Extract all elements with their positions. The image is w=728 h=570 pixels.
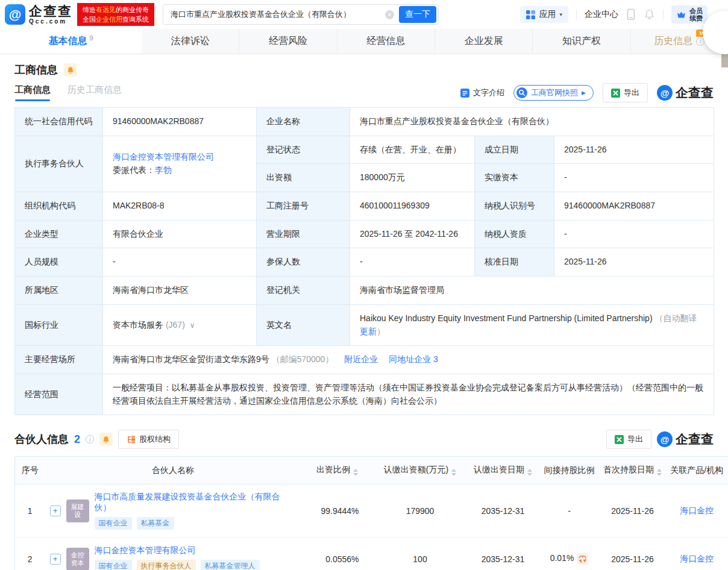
- partner-row-1: 1 + 展建设 海口市高质量发展建设投资基金合伙企业（有限合伙） 国有企业 私募…: [15, 484, 728, 537]
- tab-basic-info[interactable]: 基本信息9: [0, 29, 142, 54]
- sort-icon[interactable]: [451, 469, 456, 476]
- delegate-link[interactable]: 李勃: [155, 165, 172, 175]
- official-snapshot-button[interactable]: 工商官网快照 ▶: [513, 85, 594, 101]
- col-amount[interactable]: 认缴出资额(万元): [374, 457, 467, 484]
- authority-label: 登记机关: [257, 277, 350, 305]
- staff-size-value: -: [103, 248, 257, 277]
- qcc-mini-icon: [657, 85, 673, 101]
- logo-domain: Qcc.com: [29, 18, 72, 25]
- capital-label: 出资额: [257, 164, 350, 192]
- col-indirect: 间接持股比例: [539, 457, 600, 484]
- subtab-history-business-info[interactable]: 历史工商信息: [67, 84, 122, 101]
- expand-button[interactable]: +: [50, 506, 61, 516]
- search-button[interactable]: 查一下: [399, 6, 436, 23]
- mobile-app-icon[interactable]: [626, 8, 636, 20]
- search-input[interactable]: [171, 10, 380, 19]
- crown-icon: [676, 10, 686, 20]
- document-icon: [460, 89, 469, 98]
- related-product-link[interactable]: 海口金控: [680, 506, 714, 515]
- qcc-watermark: 企查查: [657, 84, 714, 101]
- tab-count: 9: [89, 34, 93, 42]
- tag-executive-partner[interactable]: 执行事务合伙人: [137, 560, 196, 570]
- slogan-banner: 缔造有远见的商业传奇 全国企业信用查询系统: [77, 3, 154, 26]
- partner-name-link[interactable]: 海口金控资本管理有限公司: [95, 545, 196, 555]
- text-intro-button[interactable]: 文字介绍: [460, 87, 504, 98]
- ratio-value: 0.0556%: [301, 537, 374, 570]
- company-center-link[interactable]: 企业中心: [585, 9, 618, 20]
- info-icon[interactable]: [86, 435, 94, 443]
- monitor-bell-icon[interactable]: [99, 433, 113, 446]
- partner-name-link[interactable]: 海口市高质量发展建设投资基金合伙企业（有限合伙）: [95, 492, 280, 512]
- notification-bell-icon[interactable]: [644, 8, 655, 20]
- tab-legal-litigation[interactable]: 法律诉讼: [142, 29, 239, 54]
- established-value: 2025-11-26: [554, 136, 714, 164]
- chevron-down-icon[interactable]: ∨: [190, 321, 195, 330]
- taxpayer-qual-label: 纳税人资质: [475, 220, 554, 248]
- approval-date-value: 2025-11-26: [554, 248, 714, 277]
- col-date[interactable]: 认缴出资日期: [467, 457, 539, 484]
- nearby-companies-link[interactable]: 附近企业: [344, 354, 378, 364]
- first-date-value: 2025-11-26: [600, 484, 666, 537]
- region-label: 所属地区: [15, 277, 103, 305]
- monitor-bell-icon[interactable]: [64, 63, 77, 77]
- member-renew-button[interactable]: 会员续费: [671, 5, 708, 23]
- partner-row-2: 2 + 金控资本 海口金控资本管理有限公司 国有企业 执行事务合伙人 私募基金管…: [15, 537, 728, 570]
- tag-private-fund[interactable]: 私募基金: [137, 517, 174, 530]
- taxpayer-qual-value: -: [554, 220, 714, 248]
- industry-label: 国标行业: [15, 304, 103, 345]
- status-label: 登记状态: [257, 136, 350, 164]
- divider: [663, 10, 664, 19]
- clear-icon[interactable]: ×: [385, 10, 394, 19]
- chevron-down-icon: ▾: [559, 11, 562, 17]
- reg-no-value: 460100011969309: [350, 192, 475, 221]
- approval-date-label: 核准日期: [475, 248, 554, 277]
- col-partner-name: 合伙人名称: [45, 457, 301, 484]
- partners-title: 合伙人信息: [14, 432, 69, 446]
- industry-value: 资本市场服务 (J67) ∨: [103, 304, 257, 345]
- tag-state-owned[interactable]: 国有企业: [95, 517, 132, 530]
- same-address-companies-link[interactable]: 同地址企业 3: [389, 354, 438, 364]
- exec-partner-link[interactable]: 海口金控资本管理有限公司: [113, 152, 214, 161]
- tab-operation-info[interactable]: 经营信息: [337, 29, 435, 54]
- amount-value: 100: [374, 537, 467, 570]
- apps-menu[interactable]: 应用 ▾: [520, 6, 568, 23]
- status-value: 存续（在营、开业、在册）: [350, 136, 475, 164]
- tab-intellectual-property[interactable]: 知识产权: [532, 29, 630, 54]
- tab-company-development[interactable]: 企业发展: [435, 29, 532, 54]
- exec-partner-label: 执行事务合伙人: [15, 136, 103, 192]
- business-term-label: 营业期限: [257, 220, 350, 248]
- tag-fund-manager[interactable]: 私募基金管理人: [201, 560, 260, 570]
- sort-icon[interactable]: [657, 469, 662, 476]
- translate-update-link[interactable]: 更新: [360, 327, 377, 336]
- tab-operation-risk[interactable]: 经营风险: [239, 29, 336, 54]
- expand-button[interactable]: +: [50, 554, 61, 565]
- indirect-value: -: [539, 484, 600, 537]
- partners-export-button[interactable]: 导出: [606, 430, 651, 449]
- english-name-label: 英文名: [257, 304, 350, 345]
- tag-state-owned[interactable]: 国有企业: [95, 560, 132, 570]
- excel-icon: [611, 89, 620, 98]
- taxpayer-id-value: 91460000MAK2RB0887: [554, 192, 714, 221]
- sort-icon[interactable]: [353, 469, 358, 476]
- company-type-value: 有限合伙企业: [103, 220, 257, 248]
- col-ratio[interactable]: 出资比例: [301, 457, 374, 484]
- equity-penetration-icon[interactable]: [577, 553, 588, 565]
- sort-icon[interactable]: [527, 469, 532, 476]
- subtab-business-info[interactable]: 工商信息: [14, 84, 51, 101]
- address-value: 海南省海口市龙华区金贸街道文华东路9号 （邮编570000） 附近企业 同地址企…: [103, 346, 714, 374]
- company-name-value: 海口市重点产业股权投资基金合伙企业（有限合伙）: [350, 108, 714, 136]
- capital-value: 180000万元: [350, 164, 475, 192]
- related-product-link[interactable]: 海口金控: [680, 554, 714, 563]
- partners-count: 2: [74, 433, 80, 446]
- col-first-date[interactable]: 首次持股日期: [600, 457, 666, 484]
- date-value: 2035-12-31: [467, 537, 539, 570]
- col-index: 序号: [15, 457, 45, 484]
- qcc-logo[interactable]: 企查查 Qcc.com: [5, 4, 72, 25]
- equity-structure-button[interactable]: 股权结构: [118, 430, 179, 449]
- qcc-watermark: 企查查: [657, 431, 714, 448]
- qcc-logo-icon: [5, 4, 25, 25]
- export-button[interactable]: 导出: [603, 83, 648, 102]
- company-avatar: 金控资本: [66, 548, 89, 570]
- ratio-value: 99.9444%: [301, 484, 374, 537]
- paid-capital-label: 实缴资本: [475, 164, 554, 192]
